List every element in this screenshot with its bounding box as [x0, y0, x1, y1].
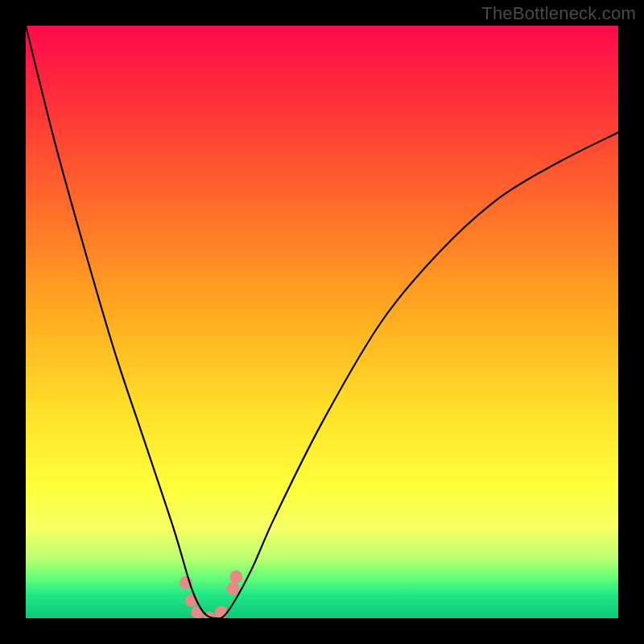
marker-dot: [215, 606, 228, 618]
chart-svg: [26, 26, 618, 618]
chart-frame: TheBottleneck.com: [0, 0, 644, 644]
gradient-background: [26, 26, 618, 618]
marker-dot: [229, 570, 242, 583]
marker-dot: [227, 582, 240, 595]
marker-dot: [191, 606, 204, 618]
watermark-text: TheBottleneck.com: [481, 3, 636, 24]
plot-area: [26, 26, 618, 618]
